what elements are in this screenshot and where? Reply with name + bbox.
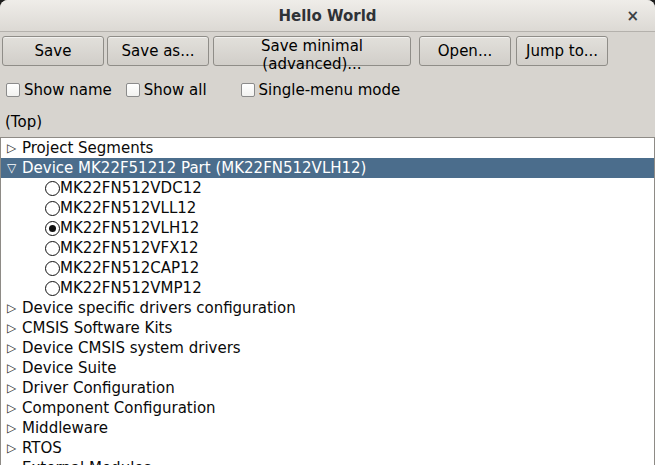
radio-button[interactable]: [45, 201, 60, 216]
show-all-checkbox[interactable]: [126, 83, 140, 97]
tree-item-device-mk22f51212-part-mk22fn512vlh12[interactable]: ▽Device MK22F51212 Part (MK22FN512VLH12): [1, 158, 654, 178]
expander-collapsed-icon[interactable]: ▷: [7, 438, 22, 458]
save-minimal-advanced-button[interactable]: Save minimal (advanced)...: [213, 36, 411, 66]
expander-collapsed-icon[interactable]: ▷: [7, 138, 22, 158]
tree-item-middleware[interactable]: ▷Middleware: [1, 418, 654, 438]
tree-item-cmsis-software-kits[interactable]: ▷CMSIS Software Kits: [1, 318, 654, 338]
tree-item-label: RTOS: [22, 439, 62, 457]
tree-item-mk22fn512vll12[interactable]: MK22FN512VLL12: [1, 198, 654, 218]
expander-collapsed-icon[interactable]: ▷: [7, 378, 22, 398]
tree-item-driver-configuration[interactable]: ▷Driver Configuration: [1, 378, 654, 398]
tree-item-device-cmsis-system-drivers[interactable]: ▷Device CMSIS system drivers: [1, 338, 654, 358]
tree-item-mk22fn512vmp12[interactable]: MK22FN512VMP12: [1, 278, 654, 298]
dialog-window: Hello World × SaveSave as...Save minimal…: [0, 0, 655, 465]
single-menu-mode-option[interactable]: Single-menu mode: [241, 81, 401, 99]
tree-item-label: MK22FN512CAP12: [60, 259, 199, 277]
expander-collapsed-icon[interactable]: ▷: [7, 298, 22, 318]
tree-item-label: Driver Configuration: [22, 379, 175, 397]
tree-item-label: Middleware: [22, 419, 108, 437]
tree-item-label: Project Segments: [22, 139, 153, 157]
tree-item-component-configuration[interactable]: ▷Component Configuration: [1, 398, 654, 418]
tree-item-label: Device MK22F51212 Part (MK22FN512VLH12): [22, 159, 366, 177]
titlebar[interactable]: Hello World ×: [0, 0, 655, 32]
show-all-option[interactable]: Show all: [126, 81, 207, 99]
tree-item-label: MK22FN512VMP12: [60, 279, 202, 297]
expander-expanded-icon[interactable]: ▽: [7, 158, 22, 178]
checkbox-label: Single-menu mode: [259, 81, 401, 99]
checkbox-label: Show all: [144, 81, 207, 99]
toolbar: SaveSave as...Save minimal (advanced)...…: [0, 36, 655, 66]
tree-item-label: External Modules: [22, 459, 151, 465]
radio-button[interactable]: [45, 261, 60, 276]
open-button[interactable]: Open...: [419, 36, 511, 66]
tree-item-external-modules[interactable]: External Modules: [1, 458, 654, 465]
radio-button[interactable]: [45, 241, 60, 256]
tree-item-label: MK22FN512VLL12: [60, 199, 196, 217]
single-menu-mode-checkbox[interactable]: [241, 83, 255, 97]
tree-item-label: Component Configuration: [22, 399, 216, 417]
close-button[interactable]: ×: [626, 8, 639, 23]
tree-item-label: Device CMSIS system drivers: [22, 339, 241, 357]
tree-item-project-segments[interactable]: ▷Project Segments: [1, 138, 654, 158]
save-as-button[interactable]: Save as...: [107, 36, 209, 66]
breadcrumb-top-label: (Top): [5, 113, 655, 131]
checkbox-label: Show name: [24, 81, 112, 99]
radio-button[interactable]: [45, 281, 60, 296]
tree-item-mk22fn512vfx12[interactable]: MK22FN512VFX12: [1, 238, 654, 258]
window-title: Hello World: [278, 7, 376, 25]
tree-item-mk22fn512vdc12[interactable]: MK22FN512VDC12: [1, 178, 654, 198]
tree-item-mk22fn512vlh12[interactable]: MK22FN512VLH12: [1, 218, 654, 238]
jump-to-button[interactable]: Jump to...: [516, 36, 608, 66]
tree-item-rtos[interactable]: ▷RTOS: [1, 438, 654, 458]
radio-button[interactable]: [45, 221, 60, 236]
show-name-checkbox[interactable]: [6, 83, 20, 97]
show-name-option[interactable]: Show name: [6, 81, 112, 99]
config-tree: ▷Project Segments▽Device MK22F51212 Part…: [0, 137, 655, 465]
expander-collapsed-icon[interactable]: ▷: [7, 358, 22, 378]
tree-item-label: Device Suite: [22, 359, 116, 377]
expander-collapsed-icon[interactable]: ▷: [7, 418, 22, 438]
radio-button[interactable]: [45, 181, 60, 196]
save-button[interactable]: Save: [2, 36, 104, 66]
tree-item-label: CMSIS Software Kits: [22, 319, 172, 337]
expander-collapsed-icon[interactable]: ▷: [7, 318, 22, 338]
tree-item-label: MK22FN512VLH12: [60, 219, 199, 237]
expander-collapsed-icon[interactable]: ▷: [7, 398, 22, 418]
expander-collapsed-icon[interactable]: ▷: [7, 338, 22, 358]
tree-item-label: MK22FN512VFX12: [60, 239, 199, 257]
tree-item-label: MK22FN512VDC12: [60, 179, 202, 197]
tree-item-label: Device specific drivers configuration: [22, 299, 296, 317]
options-row: Show nameShow allSingle-menu mode: [0, 81, 655, 99]
tree-item-mk22fn512cap12[interactable]: MK22FN512CAP12: [1, 258, 654, 278]
tree-item-device-specific-drivers-configuration[interactable]: ▷Device specific drivers configuration: [1, 298, 654, 318]
tree-item-device-suite[interactable]: ▷Device Suite: [1, 358, 654, 378]
